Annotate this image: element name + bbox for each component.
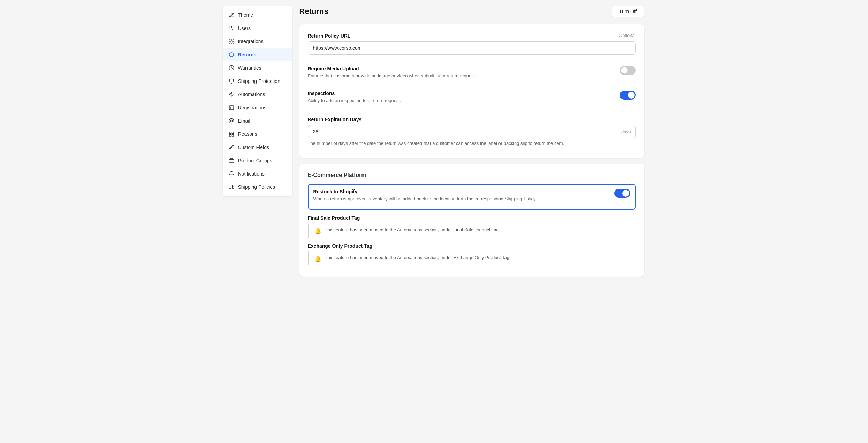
shield-icon xyxy=(228,78,235,84)
users-icon xyxy=(228,25,235,31)
sidebar-item-email[interactable]: Email xyxy=(223,114,292,127)
reasons-icon xyxy=(228,131,235,137)
inspections-slider xyxy=(620,91,636,100)
svg-rect-11 xyxy=(229,185,232,188)
restock-toggle[interactable] xyxy=(614,189,630,198)
sidebar-label-registrations: Registrations xyxy=(238,105,267,110)
restock-hint: When a return is approved, inventory wil… xyxy=(313,196,607,202)
expiration-label: Return Expiration Days xyxy=(308,117,636,122)
return-policy-card: Return Policy URL Optional Require Media… xyxy=(299,24,644,158)
require-media-slider xyxy=(620,66,636,75)
svg-rect-6 xyxy=(229,132,231,134)
ecommerce-card: E-Commerce Platform Restock to Shopify W… xyxy=(299,164,644,277)
sidebar-label-shipping-policies: Shipping Policies xyxy=(238,184,275,190)
sidebar-item-warranties[interactable]: Warranties xyxy=(223,61,292,75)
inspections-row: Inspections Ability to add an inspection… xyxy=(308,86,636,111)
sidebar-label-email: Email xyxy=(238,118,250,124)
svg-point-13 xyxy=(229,188,230,189)
sidebar-item-reasons[interactable]: Reasons xyxy=(223,127,292,141)
sidebar-label-returns: Returns xyxy=(238,52,257,57)
final-sale-label: Final Sale Product Tag xyxy=(308,215,636,221)
days-suffix: days xyxy=(621,129,631,134)
url-label: Return Policy URL xyxy=(308,33,351,39)
bell-icon-final-sale: 🔔 xyxy=(314,227,321,234)
svg-marker-12 xyxy=(232,186,234,188)
sidebar-label-theme: Theme xyxy=(238,12,253,18)
url-input[interactable] xyxy=(308,41,636,55)
sidebar-item-notifications[interactable]: Notifications xyxy=(223,167,292,180)
turn-off-button[interactable]: Turn Off xyxy=(612,6,644,17)
page-header: Returns Turn Off xyxy=(299,6,644,17)
integrations-icon xyxy=(228,38,235,45)
sidebar-label-product-groups: Product Groups xyxy=(238,158,272,163)
sidebar-item-automations[interactable]: Automations xyxy=(223,88,292,101)
main-content: Returns Turn Off Return Policy URL Optio… xyxy=(292,0,651,443)
expiration-input[interactable] xyxy=(308,125,636,138)
svg-rect-8 xyxy=(232,134,234,136)
sidebar-item-shipping-policies[interactable]: Shipping Policies xyxy=(223,180,292,194)
sidebar-item-product-groups[interactable]: Product Groups xyxy=(223,154,292,167)
sidebar-item-integrations[interactable]: Integrations xyxy=(223,35,292,48)
notifications-icon xyxy=(228,171,235,177)
exchange-only-label: Exchange Only Product Tag xyxy=(308,243,636,249)
sidebar-label-notifications: Notifications xyxy=(238,171,265,177)
svg-point-5 xyxy=(230,120,232,122)
expiration-section: Return Expiration Days days The number o… xyxy=(308,117,636,147)
url-optional: Optional xyxy=(619,33,635,38)
svg-point-1 xyxy=(231,41,232,42)
sidebar-label-shipping-protection: Shipping Protection xyxy=(238,78,280,84)
restock-label: Restock to Shopify xyxy=(313,189,607,194)
warranties-icon xyxy=(228,65,235,71)
require-media-label: Require Media Upload xyxy=(308,66,613,71)
inspections-hint: Ability to add an inspection to a return… xyxy=(308,98,613,104)
automations-icon xyxy=(228,91,235,98)
final-sale-info-text: This feature has been moved to the Autom… xyxy=(325,227,500,232)
returns-icon xyxy=(228,52,235,58)
svg-rect-7 xyxy=(232,132,234,134)
bell-icon-exchange-only: 🔔 xyxy=(314,255,321,262)
ecommerce-section-title: E-Commerce Platform xyxy=(308,172,636,178)
sidebar-label-automations: Automations xyxy=(238,92,265,97)
sidebar-label-reasons: Reasons xyxy=(238,131,257,137)
pen-icon xyxy=(228,12,235,18)
exchange-only-info-block: 🔔 This feature has been moved to the Aut… xyxy=(308,251,636,265)
shipping-policies-icon xyxy=(228,184,235,190)
sidebar-item-returns[interactable]: Returns xyxy=(223,48,292,61)
product-groups-icon xyxy=(228,157,235,164)
require-media-toggle[interactable] xyxy=(620,66,636,75)
page-title: Returns xyxy=(299,7,328,16)
expiration-input-wrapper: days xyxy=(308,125,636,138)
sidebar-item-custom-fields[interactable]: Custom Fields xyxy=(223,141,292,154)
inspections-toggle[interactable] xyxy=(620,91,636,100)
registrations-icon xyxy=(228,104,235,111)
sidebar-label-integrations: Integrations xyxy=(238,39,264,44)
expiration-hint: The number of days after the date the re… xyxy=(308,140,636,147)
sidebar-item-registrations[interactable]: Registrations xyxy=(223,101,292,114)
svg-marker-3 xyxy=(229,92,234,96)
exchange-only-info-text: This feature has been moved to the Autom… xyxy=(325,255,511,260)
svg-point-14 xyxy=(232,188,233,189)
require-media-row: Require Media Upload Enforce that custom… xyxy=(308,62,636,86)
sidebar-label-users: Users xyxy=(238,25,251,31)
sidebar: Theme Users Integrations Returns Warrant… xyxy=(223,6,292,196)
sidebar-label-custom-fields: Custom Fields xyxy=(238,145,269,150)
sidebar-item-shipping-protection[interactable]: Shipping Protection xyxy=(223,75,292,88)
restock-row: Restock to Shopify When a return is appr… xyxy=(308,184,636,210)
sidebar-item-users[interactable]: Users xyxy=(223,22,292,35)
svg-rect-4 xyxy=(229,106,234,110)
final-sale-info-block: 🔔 This feature has been moved to the Aut… xyxy=(308,224,636,238)
svg-point-0 xyxy=(230,26,231,28)
sidebar-item-theme[interactable]: Theme xyxy=(223,8,292,22)
inspections-label: Inspections xyxy=(308,91,613,96)
email-icon xyxy=(228,118,235,124)
sidebar-label-warranties: Warranties xyxy=(238,65,261,71)
svg-rect-10 xyxy=(229,160,234,163)
require-media-hint: Enforce that customers provide an image … xyxy=(308,73,613,79)
svg-rect-9 xyxy=(229,134,231,136)
restock-slider xyxy=(614,189,630,198)
custom-fields-icon xyxy=(228,144,235,150)
